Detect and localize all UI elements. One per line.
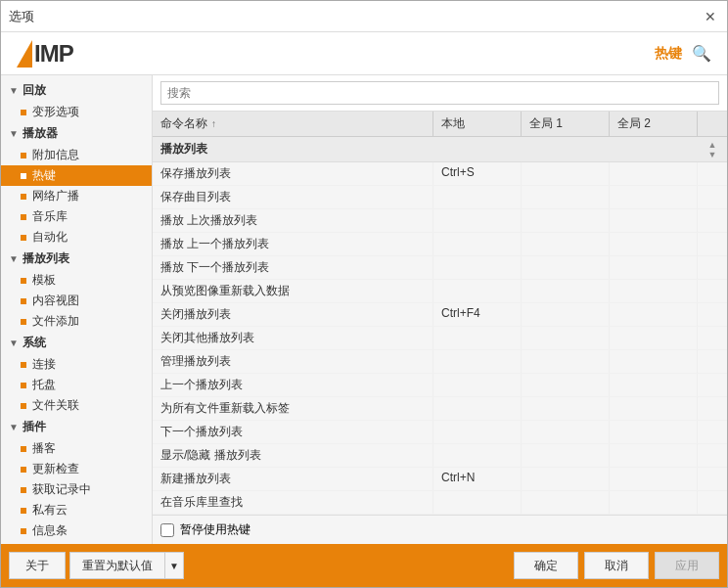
- cmd-name: 上一个播放列表: [153, 374, 433, 396]
- cmd-global2: [610, 350, 698, 373]
- sidebar-item-label: 获取记录中: [32, 481, 91, 498]
- section-header-playlist: 播放列表 ▲ ▼: [153, 137, 727, 162]
- table-row[interactable]: 关闭播放列表 Ctrl+F4: [153, 303, 727, 327]
- dot-icon: [21, 235, 26, 241]
- search-input[interactable]: [160, 81, 719, 105]
- sidebar-item-get-log[interactable]: 获取记录中: [1, 479, 152, 500]
- table-row[interactable]: 为所有文件重新载入标签: [153, 397, 727, 421]
- sidebar-item-label: 自动化: [32, 229, 68, 246]
- pause-checkbox[interactable]: [160, 523, 174, 537]
- cmd-global1: [522, 350, 610, 373]
- cmd-global2: [610, 491, 698, 514]
- section-collapse-arrows[interactable]: ▲ ▼: [698, 137, 727, 161]
- cmd-name: 播放 上次播放列表: [153, 209, 433, 232]
- cmd-extra: [698, 233, 727, 255]
- cancel-button[interactable]: 取消: [584, 552, 649, 579]
- arrow-icon: ▼: [9, 253, 19, 264]
- sidebar: ▼ 回放 变形选项 ▼ 播放器 附加信息 热键 网络广播: [1, 75, 153, 544]
- ok-button[interactable]: 确定: [514, 552, 578, 579]
- table-header: 命令名称 ↑ 本地 全局 1 全局 2: [153, 112, 727, 137]
- table-row[interactable]: 播放 下一个播放列表: [153, 256, 727, 280]
- sidebar-item-label: 私有云: [32, 502, 68, 519]
- table-row[interactable]: 新建播放列表 Ctrl+N: [153, 468, 727, 491]
- cmd-global1: [522, 444, 610, 467]
- cmd-global1: [522, 186, 610, 208]
- window-title: 选项: [9, 8, 34, 25]
- table-row[interactable]: 在音乐库里查找: [153, 491, 727, 515]
- table-row[interactable]: 显示/隐藏 播放列表: [153, 444, 727, 468]
- cmd-name: 播放 下一个播放列表: [153, 256, 433, 279]
- sidebar-item-content-view[interactable]: 内容视图: [1, 291, 152, 311]
- title-bar: 选项 ✕: [1, 1, 727, 32]
- sidebar-item-template[interactable]: 模板: [1, 270, 152, 291]
- table-row[interactable]: 播放 上一个播放列表: [153, 233, 727, 256]
- sidebar-item-label: 变形选项: [32, 104, 79, 120]
- table-row[interactable]: 关闭其他播放列表: [153, 327, 727, 350]
- cmd-extra: [698, 491, 727, 514]
- table-row[interactable]: 下一个播放列表: [153, 421, 727, 444]
- close-button[interactable]: ✕: [702, 8, 719, 25]
- cmd-extra: [698, 444, 727, 467]
- options-window: 选项 ✕ IMP 热键 🔍 ▼ 回放 变形选项: [0, 0, 728, 588]
- cmd-local: [433, 397, 522, 420]
- sidebar-group-player[interactable]: ▼ 播放器: [1, 122, 152, 145]
- sidebar-group-label-playlist: 播放列表: [23, 250, 69, 267]
- cmd-local: [433, 280, 522, 302]
- logo-text: IMP: [34, 40, 73, 68]
- apply-button[interactable]: 应用: [655, 552, 719, 579]
- bottom-right-buttons: 确定 取消 应用: [514, 552, 719, 579]
- cmd-name: 新建播放列表: [153, 468, 433, 490]
- sidebar-item-transform[interactable]: 变形选项: [1, 102, 152, 122]
- pause-label: 暂停使用热键: [180, 521, 250, 538]
- about-button[interactable]: 关于: [9, 552, 66, 579]
- sidebar-item-podcast[interactable]: 播客: [1, 438, 152, 459]
- table-row[interactable]: 从预览图像重新载入数据: [153, 280, 727, 303]
- sidebar-item-automation[interactable]: 自动化: [1, 227, 152, 248]
- col-header-name-label: 命令名称: [160, 115, 207, 132]
- cmd-name: 播放 上一个播放列表: [153, 233, 433, 255]
- cmd-extra: [698, 186, 727, 208]
- reset-dropdown-button[interactable]: ▼: [164, 552, 184, 579]
- down-arrow-icon: ▼: [708, 150, 717, 159]
- cmd-local: [433, 209, 522, 232]
- sidebar-item-extra-info[interactable]: 附加信息: [1, 145, 152, 165]
- table-row[interactable]: 管理播放列表: [153, 350, 727, 374]
- table-row[interactable]: 保存曲目列表: [153, 186, 727, 209]
- sidebar-item-music-lib[interactable]: 音乐库: [1, 206, 152, 227]
- main-content: ▼ 回放 变形选项 ▼ 播放器 附加信息 热键 网络广播: [1, 75, 727, 544]
- sidebar-item-file-add[interactable]: 文件添加: [1, 311, 152, 332]
- sidebar-item-tray[interactable]: 托盘: [1, 375, 152, 395]
- header-right: 热键 🔍: [655, 44, 711, 63]
- cmd-global1: [522, 209, 610, 232]
- sidebar-item-label: 音乐库: [32, 208, 68, 225]
- table-row[interactable]: 上一个播放列表: [153, 374, 727, 397]
- reset-button[interactable]: 重置为默认值: [69, 552, 164, 579]
- table-row[interactable]: 保存播放列表 Ctrl+S: [153, 162, 727, 186]
- sidebar-item-private-cloud[interactable]: 私有云: [1, 500, 152, 520]
- sidebar-item-label: 内容视图: [32, 293, 79, 309]
- dot-icon: [21, 508, 26, 514]
- sidebar-item-file-assoc[interactable]: 文件关联: [1, 395, 152, 416]
- cmd-global2: [610, 162, 698, 185]
- sidebar-item-netradio[interactable]: 网络广播: [1, 186, 152, 206]
- cmd-global2: [610, 374, 698, 396]
- cmd-name: 显示/隐藏 播放列表: [153, 444, 433, 467]
- cmd-global2: [610, 256, 698, 279]
- table-scroll-area[interactable]: 播放列表 ▲ ▼ 保存播放列表 Ctrl+S: [153, 137, 727, 515]
- dot-icon: [21, 110, 26, 115]
- cmd-global1: [522, 327, 610, 349]
- search-icon[interactable]: 🔍: [692, 44, 711, 63]
- sidebar-item-connect[interactable]: 连接: [1, 354, 152, 375]
- sidebar-group-system[interactable]: ▼ 系统: [1, 332, 152, 354]
- dot-icon: [21, 153, 26, 158]
- pause-hotkeys-row: 暂停使用热键: [153, 515, 727, 544]
- sidebar-group-plugin[interactable]: ▼ 插件: [1, 416, 152, 438]
- cmd-global2: [610, 209, 698, 232]
- sidebar-group-playback[interactable]: ▼ 回放: [1, 79, 152, 102]
- sidebar-item-info-bar[interactable]: 信息条: [1, 520, 152, 541]
- sidebar-item-update-check[interactable]: 更新检查: [1, 459, 152, 479]
- arrow-icon: ▼: [9, 338, 19, 348]
- sidebar-group-playlist[interactable]: ▼ 播放列表: [1, 248, 152, 270]
- table-row[interactable]: 播放 上次播放列表: [153, 209, 727, 233]
- sidebar-item-hotkey[interactable]: 热键: [1, 165, 152, 186]
